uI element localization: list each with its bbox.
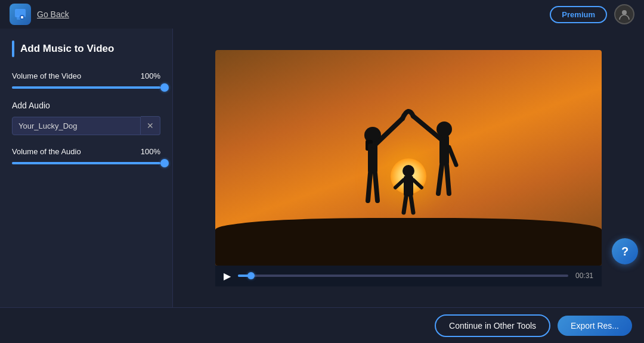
volume-video-label: Volume of the Video	[12, 71, 81, 80]
svg-line-9	[368, 173, 370, 201]
volume-audio-slider[interactable]	[12, 162, 160, 164]
content-area: ▶ 00:31 ?	[173, 29, 644, 307]
progress-bar[interactable]	[238, 275, 568, 277]
audio-file-row: Your_Lucky_Dog ✕	[12, 116, 160, 135]
app-header: Go Back Premium	[0, 0, 644, 29]
volume-audio-label: Volume of the Audio	[12, 147, 81, 156]
sidebar: Add Music to Video Volume of the Video 1…	[0, 29, 173, 307]
svg-rect-7	[368, 144, 377, 173]
volume-audio-thumb[interactable]	[160, 159, 169, 167]
help-bubble[interactable]: ?	[612, 238, 638, 264]
svg-line-14	[449, 147, 456, 165]
svg-line-16	[447, 165, 449, 194]
volume-audio-fill	[12, 162, 160, 164]
user-avatar[interactable]	[614, 4, 634, 24]
volume-audio-value: 100%	[141, 147, 160, 156]
svg-line-19	[395, 180, 404, 188]
header-right: Premium	[550, 4, 634, 24]
bottom-bar: Continue in Other Tools Export Res...	[0, 307, 644, 343]
sidebar-title: Add Music to Video	[20, 43, 114, 55]
video-thumbnail	[215, 50, 602, 266]
audio-clear-button[interactable]: ✕	[141, 116, 160, 135]
app-logo	[10, 4, 31, 25]
header-left: Go Back	[10, 4, 69, 25]
sidebar-accent	[12, 40, 14, 57]
go-back-button[interactable]: Go Back	[37, 10, 69, 19]
svg-point-17	[402, 165, 414, 177]
svg-rect-3	[21, 16, 23, 18]
silhouettes	[325, 99, 492, 233]
svg-line-15	[438, 165, 442, 194]
audio-filename: Your_Lucky_Dog	[12, 117, 141, 135]
svg-line-10	[375, 173, 377, 201]
time-display: 00:31	[575, 272, 593, 280]
sidebar-title-wrapper: Add Music to Video	[12, 40, 160, 57]
volume-video-label-row: Volume of the Video 100%	[12, 71, 160, 80]
video-controls: ▶ 00:31	[215, 266, 602, 286]
premium-button[interactable]: Premium	[550, 6, 607, 23]
volume-video-thumb[interactable]	[160, 83, 169, 92]
main-layout: Add Music to Video Volume of the Video 1…	[0, 29, 644, 307]
svg-line-21	[404, 197, 406, 213]
video-player	[215, 50, 602, 266]
continue-other-tools-button[interactable]: Continue in Other Tools	[435, 314, 550, 337]
svg-line-22	[411, 197, 413, 213]
svg-line-20	[413, 180, 422, 188]
volume-audio-label-row: Volume of the Audio 100%	[12, 147, 160, 156]
add-audio-label: Add Audio	[12, 101, 160, 110]
play-button[interactable]: ▶	[224, 270, 231, 282]
volume-video-fill	[12, 86, 160, 89]
progress-thumb[interactable]	[247, 272, 255, 279]
svg-point-4	[622, 10, 627, 15]
volume-video-value: 100%	[141, 71, 160, 80]
volume-video-slider[interactable]	[12, 86, 160, 89]
export-button[interactable]: Export Res...	[558, 316, 632, 336]
